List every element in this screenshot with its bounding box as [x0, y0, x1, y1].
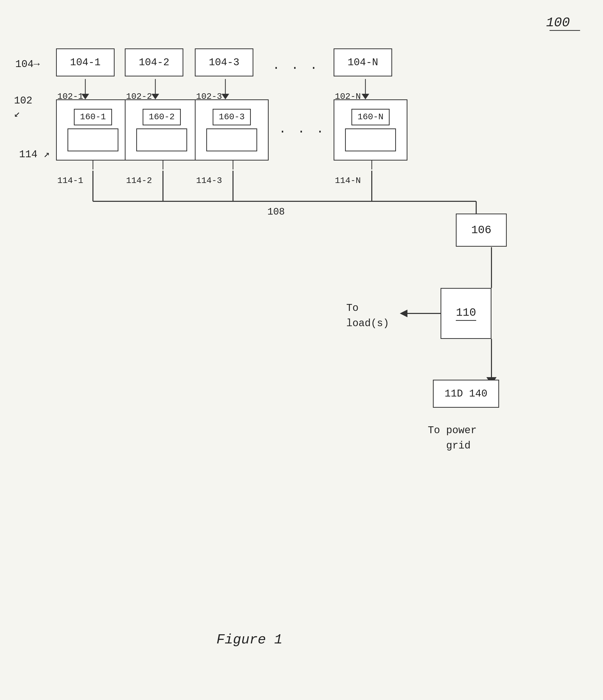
- label-106: 106: [471, 224, 491, 236]
- label-102-1: 102-1: [57, 92, 83, 101]
- label-to-power-grid: To power grid: [428, 423, 477, 454]
- svg-marker-14: [152, 94, 159, 99]
- unit-160-2-label: 160-2: [149, 112, 175, 122]
- box-106: 106: [456, 214, 507, 247]
- panel-104-N-label: 104-N: [348, 57, 378, 68]
- label-102-3: 102-3: [196, 92, 222, 101]
- unit-102-2: 160-2: [125, 99, 199, 160]
- diagram: 100 104-1 104-2 104-3 . . . 104-N 104→ 1…: [0, 0, 603, 700]
- svg-marker-16: [221, 94, 229, 99]
- label-114: 114 ↗: [19, 148, 50, 160]
- panel-104-2: 104-2: [125, 48, 183, 76]
- page-number: 100: [546, 15, 570, 30]
- box-110: 110: [441, 288, 492, 339]
- label-114-2: 114-2: [126, 176, 152, 185]
- label-to-loads: To load(s): [346, 301, 389, 331]
- page-number-underline: [550, 30, 580, 31]
- unit-102-1: 160-1: [56, 99, 130, 160]
- panel-104-2-label: 104-2: [139, 57, 169, 68]
- label-114-1: 114-1: [57, 176, 83, 185]
- label-110: 110: [456, 306, 476, 319]
- label-114-3: 114-3: [196, 176, 222, 185]
- unit-160-3-label: 160-3: [219, 112, 245, 122]
- dots-1: . . .: [272, 58, 319, 72]
- unit-102-N: 160-N: [334, 99, 408, 160]
- unit-160-N-label: 160-N: [358, 112, 384, 122]
- box-11D-140: 11D 140: [433, 380, 499, 408]
- label-11D-140: 11D 140: [445, 388, 488, 400]
- panel-104-3: 104-3: [195, 48, 253, 76]
- dots-2: . . .: [279, 122, 326, 136]
- unit-160-1-label: 160-1: [80, 112, 106, 122]
- label-108: 108: [267, 206, 285, 217]
- label-102-N: 102-N: [335, 92, 361, 101]
- panel-104-3-label: 104-3: [209, 57, 239, 68]
- svg-marker-18: [362, 94, 369, 99]
- label-102: 102↙: [14, 94, 32, 121]
- panel-104-1-label: 104-1: [70, 57, 101, 68]
- unit-102-3: 160-3: [195, 99, 269, 160]
- panel-104-N: 104-N: [334, 48, 392, 76]
- label-102-2: 102-2: [126, 92, 152, 101]
- panel-104-1: 104-1: [56, 48, 114, 76]
- label-114-N: 114-N: [335, 176, 361, 185]
- label-104-arrow: 104→: [15, 58, 40, 70]
- figure-label: Figure 1: [216, 632, 282, 648]
- svg-marker-10: [400, 309, 408, 317]
